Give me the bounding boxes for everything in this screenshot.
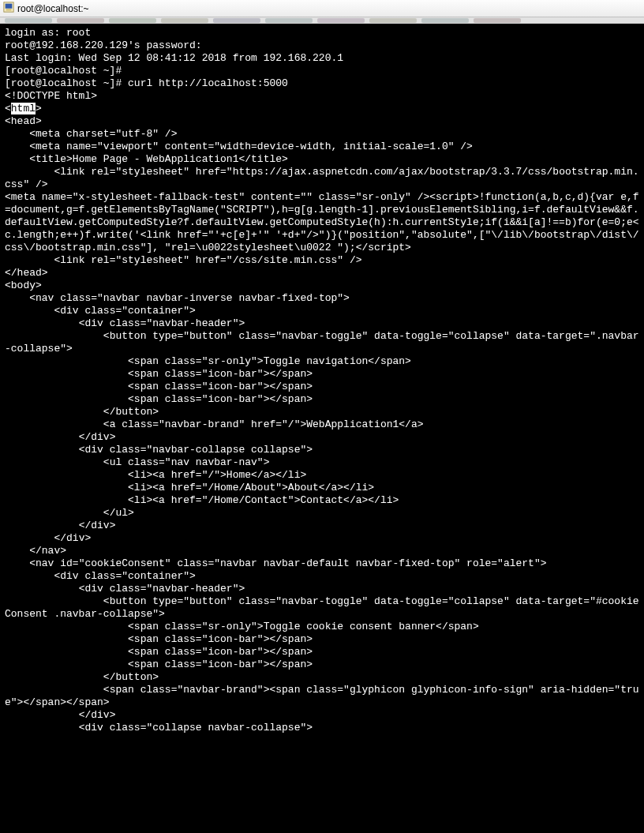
terminal-line: </div> — [5, 520, 639, 532]
terminal-line: <li><a href="/Home/About">About</a></li> — [5, 482, 639, 494]
terminal-line: <span class="sr-only">Toggle navigation<… — [5, 355, 639, 368]
browser-tabstrip-blurred — [0, 17, 644, 24]
terminal-line: <div class="collapse navbar-collapse"> — [5, 722, 639, 734]
terminal-line: <span class="navbar-brand"><span class="… — [5, 684, 639, 709]
terminal-line: <button type="button" class="navbar-togg… — [5, 330, 639, 355]
terminal-line: <span class="icon-bar"></span> — [5, 646, 639, 659]
terminal-line: <title>Home Page - WebApplication1</titl… — [5, 153, 639, 166]
terminal-line: <ul class="nav navbar-nav"> — [5, 456, 639, 469]
terminal-line: <nav class="navbar navbar-inverse navbar… — [5, 292, 639, 305]
terminal-line: </button> — [5, 406, 639, 418]
terminal-line: <link rel="stylesheet" href="https://aja… — [5, 166, 639, 191]
svg-rect-2 — [6, 9, 12, 11]
terminal-line: <span class="sr-only">Toggle cookie cons… — [5, 621, 639, 633]
terminal-line: </ul> — [5, 507, 639, 520]
terminal-line: </div> — [5, 532, 639, 545]
terminal-line: </head> — [5, 267, 639, 280]
terminal-line: root@192.168.220.129's password: — [5, 39, 639, 52]
terminal-line: <div class="container"> — [5, 305, 639, 317]
terminal-line: <div class="container"> — [5, 570, 639, 583]
terminal-line: <html> — [5, 103, 639, 115]
terminal-line: <link rel="stylesheet" href="/css/site.m… — [5, 254, 639, 267]
terminal-line: </nav> — [5, 545, 639, 557]
terminal-line: <div class="navbar-header"> — [5, 583, 639, 595]
terminal-line: [root@localhost ~]# curl http://localhos… — [5, 77, 639, 90]
svg-rect-1 — [6, 4, 13, 9]
terminal-line: Last login: Wed Sep 12 08:41:12 2018 fro… — [5, 52, 639, 65]
terminal-line: login as: root — [5, 27, 639, 39]
terminal-line: <button type="button" class="navbar-togg… — [5, 595, 639, 621]
terminal-line: <nav id="cookieConsent" class="navbar na… — [5, 557, 639, 570]
terminal-line: <span class="icon-bar"></span> — [5, 381, 639, 393]
terminal-output[interactable]: login as: rootroot@192.168.220.129's pas… — [0, 24, 644, 833]
terminal-line: <!DOCTYPE html> — [5, 90, 639, 103]
terminal-line: <li><a href="/">Home</a></li> — [5, 469, 639, 482]
terminal-line: <div class="navbar-header"> — [5, 317, 639, 330]
terminal-line: <body> — [5, 280, 639, 292]
terminal-highlight: html — [11, 103, 36, 114]
terminal-line: <span class="icon-bar"></span> — [5, 368, 639, 381]
terminal-line: <meta name="x-stylesheet-fallback-test" … — [5, 191, 639, 254]
window-title: root@localhost:~ — [17, 3, 89, 14]
terminal-line: <span class="icon-bar"></span> — [5, 633, 639, 646]
terminal-line: <head> — [5, 115, 639, 128]
putty-icon — [3, 2, 14, 15]
terminal-line: [root@localhost ~]# — [5, 65, 639, 77]
terminal-line: </div> — [5, 709, 639, 722]
terminal-line: <li><a href="/Home/Contact">Contact</a><… — [5, 494, 639, 507]
terminal-line: <meta charset="utf-8" /> — [5, 128, 639, 141]
window-titlebar: root@localhost:~ — [0, 0, 644, 17]
terminal-line: <meta name="viewport" content="width=dev… — [5, 141, 639, 153]
terminal-line: </div> — [5, 431, 639, 444]
terminal-line: <span class="icon-bar"></span> — [5, 393, 639, 406]
terminal-line: <a class="navbar-brand" href="/">WebAppl… — [5, 418, 639, 431]
terminal-line: <span class="icon-bar"></span> — [5, 659, 639, 671]
terminal-line: <div class="navbar-collapse collapse"> — [5, 444, 639, 456]
terminal-line: </button> — [5, 671, 639, 684]
